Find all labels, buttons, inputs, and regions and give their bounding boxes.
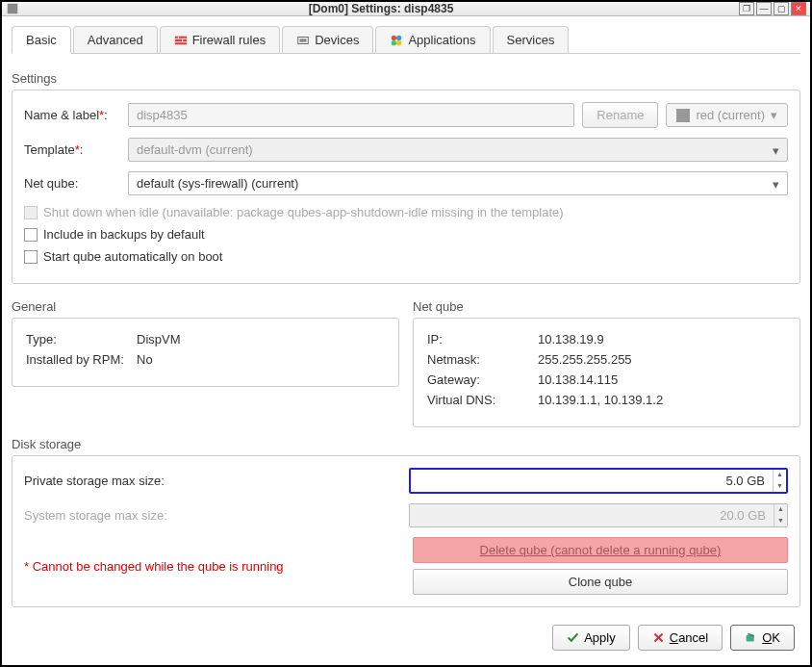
applications-icon [390, 34, 403, 47]
system-spin-buttons: ▲ ▼ [774, 504, 787, 526]
autostart-row: Start qube automatically on boot [24, 249, 788, 264]
netqube-box: IP:10.138.19.9 Netmask:255.255.255.255 G… [413, 318, 800, 427]
ok-button[interactable]: OK [730, 625, 795, 651]
type-val: DispVM [137, 332, 385, 346]
rpm-lbl: Installed by RPM: [26, 352, 137, 367]
dns-val: 10.139.1.1, 10.139.1.2 [538, 393, 786, 407]
general-box: Type:DispVM Installed by RPM:No [12, 318, 399, 387]
info-columns: General Type:DispVM Installed by RPM:No … [12, 294, 800, 427]
netqube-lbl: Net qube: [24, 176, 120, 191]
svg-point-11 [396, 40, 401, 45]
settings-box: Name & label*: Rename red (current) ▾ Te… [12, 90, 800, 284]
close-button[interactable]: ✕ [791, 2, 806, 15]
shutdown-idle-checkbox-row: Shut down when idle (unavailable: packag… [24, 205, 788, 219]
svg-rect-7 [300, 38, 307, 42]
delete-qube-button: Delete qube (cannot delete a running qub… [413, 537, 788, 563]
autostart-checkbox[interactable] [24, 250, 38, 264]
maximize-button[interactable]: ▢ [774, 2, 789, 15]
rename-button: Rename [582, 102, 658, 128]
rpm-val: No [137, 352, 385, 367]
dialog-buttons: Apply Cancel OK [12, 617, 800, 658]
shutdown-idle-checkbox [24, 206, 38, 219]
include-backups-row: Include in backups by default [24, 227, 788, 242]
netqube-dropdown[interactable]: default (sys-firewall) (current) [128, 171, 788, 195]
check-icon [567, 631, 579, 644]
running-warning: * Cannot be changed while the qube is ru… [24, 559, 401, 574]
private-storage-row: Private storage max size: 5.0 GB ▲ ▼ [24, 468, 788, 494]
private-spin-down[interactable]: ▼ [774, 481, 786, 493]
disk-box: Private storage max size: 5.0 GB ▲ ▼ Sys… [12, 455, 800, 607]
template-dropdown: default-dvm (current) [128, 138, 788, 162]
private-spin-up[interactable]: ▲ [774, 470, 786, 481]
template-lbl: Template*: [24, 142, 120, 157]
tab-firewall[interactable]: Firewall rules [160, 26, 281, 53]
system-storage-lbl: System storage max size: [24, 508, 409, 523]
tab-basic[interactable]: Basic [12, 26, 71, 54]
svg-point-10 [392, 40, 396, 45]
svg-point-9 [396, 35, 401, 39]
tab-applications[interactable]: Applications [375, 26, 490, 53]
netqube-row: Net qube: default (sys-firewall) (curren… [24, 171, 788, 195]
autostart-label: Start qube automatically on boot [43, 249, 222, 264]
dns-lbl: Virtual DNS: [427, 393, 538, 407]
gateway-lbl: Gateway: [427, 372, 538, 387]
window-title: [Dom0] Settings: disp4835 [23, 2, 739, 15]
tabs-bar: Basic Advanced Firewall rules Devices Ap… [12, 26, 800, 54]
netmask-lbl: Netmask: [427, 352, 538, 367]
color-label-dropdown: red (current) ▾ [666, 103, 788, 127]
svg-point-8 [392, 35, 396, 39]
system-storage-row: System storage max size: 20.0 GB ▲ ▼ [24, 503, 788, 527]
content-area: Basic Advanced Firewall rules Devices Ap… [2, 16, 810, 667]
private-spin-buttons: ▲ ▼ [773, 470, 786, 492]
chevron-down-icon: ▾ [771, 108, 777, 122]
ip-lbl: IP: [427, 332, 538, 346]
disk-section-label: Disk storage [12, 437, 800, 451]
cancel-icon [652, 631, 665, 644]
netqube-section-label: Net qube [413, 299, 800, 314]
ip-val: 10.138.19.9 [538, 332, 786, 346]
tab-devices[interactable]: Devices [282, 26, 373, 53]
apply-button[interactable]: Apply [552, 625, 630, 651]
template-row: Template*: default-dvm (current) [24, 138, 788, 162]
netmask-val: 255.255.255.255 [538, 352, 786, 367]
name-label-lbl: Name & label*: [24, 108, 120, 122]
private-storage-lbl: Private storage max size: [24, 474, 409, 488]
settings-window: [Dom0] Settings: disp4835 ❐ — ▢ ✕ Basic … [0, 0, 812, 667]
general-section-label: General [12, 299, 399, 314]
devices-icon [296, 34, 310, 47]
cancel-button[interactable]: Cancel [638, 625, 723, 651]
type-lbl: Type: [26, 332, 137, 346]
include-backups-checkbox[interactable] [24, 228, 38, 242]
svg-rect-1 [175, 36, 187, 44]
gateway-val: 10.138.14.115 [538, 372, 786, 387]
clone-qube-button[interactable]: Clone qube [413, 569, 788, 595]
app-icon [6, 2, 19, 15]
system-spin-down: ▼ [774, 516, 787, 527]
tab-services[interactable]: Services [493, 26, 570, 53]
settings-section-label: Settings [12, 71, 800, 86]
name-label-row: Name & label*: Rename red (current) ▾ [24, 102, 788, 128]
svg-rect-0 [8, 4, 18, 14]
restore-button[interactable]: ❐ [739, 2, 754, 15]
ok-icon [745, 631, 757, 644]
private-storage-input[interactable]: 5.0 GB ▲ ▼ [409, 468, 788, 494]
color-cube-icon [676, 109, 690, 122]
system-spin-up: ▲ [774, 504, 787, 516]
minimize-button[interactable]: — [756, 2, 772, 15]
general-col: General Type:DispVM Installed by RPM:No [12, 294, 399, 427]
disk-footer-row: * Cannot be changed while the qube is ru… [24, 537, 788, 595]
tab-advanced[interactable]: Advanced [73, 26, 158, 53]
firewall-icon [174, 34, 188, 47]
netqube-col: Net qube IP:10.138.19.9 Netmask:255.255.… [413, 294, 800, 427]
window-controls: ❐ — ▢ ✕ [739, 2, 806, 15]
system-storage-input: 20.0 GB ▲ ▼ [409, 503, 788, 527]
titlebar: [Dom0] Settings: disp4835 ❐ — ▢ ✕ [2, 2, 810, 16]
name-input [128, 103, 574, 127]
include-backups-label: Include in backups by default [43, 227, 205, 242]
